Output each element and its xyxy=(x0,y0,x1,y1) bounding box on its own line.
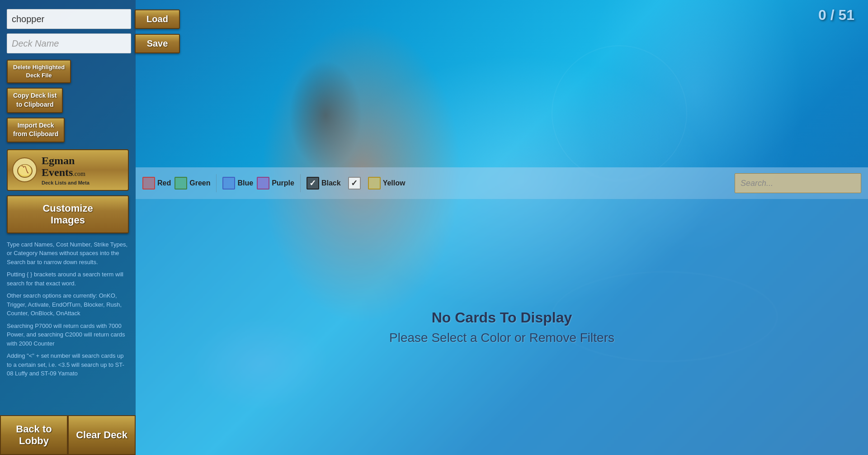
save-button[interactable]: Save xyxy=(135,34,180,53)
back-to-lobby-button[interactable]: Back to Lobby xyxy=(0,415,68,455)
filter-bar: Red Green Blue Purple ✓ Black ✓ Yellow xyxy=(136,167,868,199)
left-panel: Load Save Delete Highlighted Deck File C… xyxy=(0,0,136,455)
help-text-4: Searching P7000 will return cards with 7… xyxy=(7,322,129,348)
extra-checkmark: ✓ xyxy=(351,178,358,188)
customize-images-button[interactable]: Customize Images xyxy=(7,195,129,233)
purple-checkbox[interactable] xyxy=(257,177,269,190)
bottom-buttons: Back to Lobby Clear Deck xyxy=(0,415,136,455)
deck-name-input[interactable] xyxy=(7,33,131,53)
delete-deck-label: Delete Highlighted Deck File xyxy=(13,64,65,79)
delete-deck-button[interactable]: Delete Highlighted Deck File xyxy=(7,60,71,83)
egman-text-block: EgmanEvents.com Deck Lists and Meta xyxy=(42,155,90,185)
no-cards-message: No Cards To Display Please Select a Colo… xyxy=(389,309,614,345)
deck-search-row: Load xyxy=(7,9,129,29)
import-deck-button[interactable]: Import Deck from Clipboard xyxy=(7,118,65,142)
help-text-3: Other search options are currently: OnKO… xyxy=(7,291,129,318)
help-text-1: Type card Names, Cost Number, Strike Typ… xyxy=(7,240,129,267)
yellow-label: Yellow xyxy=(383,179,406,187)
egman-icon: 〽 xyxy=(12,157,37,182)
deck-counter: 0 / 51 xyxy=(818,7,854,24)
green-label: Green xyxy=(189,179,210,187)
red-checkbox[interactable] xyxy=(142,177,155,190)
filter-black[interactable]: ✓ Black xyxy=(307,177,341,190)
copy-deck-button[interactable]: Copy Deck list to Clipboard xyxy=(7,88,63,113)
svg-text:〽: 〽 xyxy=(20,165,29,175)
help-text-2: Putting { } brackets around a search ter… xyxy=(7,270,129,288)
no-cards-line2: Please Select a Color or Remove Filters xyxy=(389,331,614,345)
egman-name: EgmanEvents.com xyxy=(42,155,90,179)
no-cards-line1: No Cards To Display xyxy=(389,309,614,326)
blue-label: Blue xyxy=(237,179,253,187)
yellow-checkbox[interactable] xyxy=(368,177,381,190)
filter-green[interactable]: Green xyxy=(175,177,210,190)
clear-deck-button[interactable]: Clear Deck xyxy=(68,415,136,455)
deck-name-row: Save xyxy=(7,33,129,53)
import-deck-label: Import Deck from Clipboard xyxy=(13,122,58,138)
deck-search-input[interactable] xyxy=(7,9,131,29)
filter-yellow[interactable]: Yellow xyxy=(364,177,406,190)
filter-separator-2 xyxy=(300,174,301,192)
egman-logo[interactable]: 〽 EgmanEvents.com Deck Lists and Meta xyxy=(7,149,129,191)
customize-label: Customize Images xyxy=(42,203,93,226)
black-checkmark: ✓ xyxy=(309,178,316,188)
purple-label: Purple xyxy=(272,179,294,187)
filter-separator-1 xyxy=(216,174,217,192)
load-button[interactable]: Load xyxy=(135,9,180,29)
copy-deck-label: Copy Deck list to Clipboard xyxy=(13,92,57,108)
green-checkbox[interactable] xyxy=(175,177,187,190)
blue-checkbox[interactable] xyxy=(222,177,235,190)
filter-red[interactable]: Red xyxy=(142,177,171,190)
filter-purple[interactable]: Purple xyxy=(257,177,294,190)
help-text-block: Type card Names, Cost Number, Strike Typ… xyxy=(7,240,129,382)
black-checkbox[interactable]: ✓ xyxy=(307,177,319,190)
card-display-area: No Cards To Display Please Select a Colo… xyxy=(136,199,868,455)
egman-tagline: Deck Lists and Meta xyxy=(42,180,90,185)
black-label: Black xyxy=(321,179,341,187)
filter-blue[interactable]: Blue xyxy=(222,177,253,190)
card-search-input[interactable] xyxy=(735,173,861,193)
extra-checkbox[interactable]: ✓ xyxy=(348,177,361,190)
help-text-5: Adding "<" + set number will search card… xyxy=(7,351,129,378)
red-label: Red xyxy=(157,179,171,187)
